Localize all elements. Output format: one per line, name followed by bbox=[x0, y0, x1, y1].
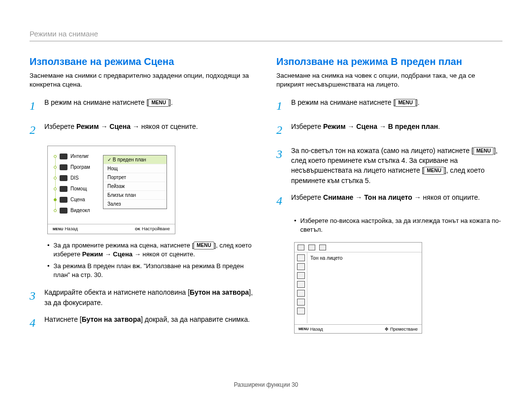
top-icon bbox=[319, 245, 326, 250]
side-icon bbox=[297, 290, 305, 297]
mode-icon bbox=[60, 154, 67, 159]
scene-option-selected: В преден план bbox=[103, 155, 166, 164]
section-title-scene: Използване на режима Сцена bbox=[30, 56, 256, 67]
page-footer: Разширени функции 30 bbox=[0, 381, 532, 388]
mode-icon bbox=[60, 175, 67, 181]
top-icon bbox=[308, 245, 315, 250]
menu-button-icon: MENU bbox=[473, 147, 494, 155]
mode-icon bbox=[60, 164, 67, 170]
left-column: Използване на режима Сцена Заснемане на … bbox=[30, 54, 256, 339]
move-icon: ✥ bbox=[385, 327, 389, 332]
back-label: Назад bbox=[65, 226, 78, 231]
ok-label-small: OK bbox=[135, 227, 140, 231]
step-number: 1 bbox=[276, 97, 285, 115]
side-icon bbox=[297, 308, 305, 314]
menu-button-icon: MENU bbox=[148, 99, 168, 107]
scene-note-1: За да промените режима на сцена, натисне… bbox=[47, 241, 256, 259]
side-icon bbox=[297, 281, 305, 288]
menu-label-small: MENU bbox=[53, 227, 63, 231]
scene-step-1: 1 В режим на снимане натиснете [MENU]. bbox=[30, 97, 256, 115]
face-tone-screenshot: Тон на лицето MENU Назад ✥Преместване bbox=[294, 242, 422, 334]
scene-note-2: За режима В преден план вж. "Използване … bbox=[47, 262, 256, 279]
scene-step-4: 4 Натиснете [Бутон на затвора] докрай, з… bbox=[30, 314, 256, 332]
adjust-label: Настройване bbox=[142, 226, 170, 231]
side-icon bbox=[297, 299, 305, 306]
scene-step-3: 3 Кадрирайте обекта и натиснете наполови… bbox=[30, 287, 256, 308]
move-label: Преместване bbox=[390, 327, 418, 332]
fg-step-4: 4 Изберете Снимане → Тон на лицето → няк… bbox=[276, 192, 502, 210]
breadcrumb: Режими на снимане bbox=[30, 30, 502, 38]
fg-note-1: Изберете по-висока настройка, за да изгл… bbox=[294, 216, 502, 234]
right-column: Използване на режима В преден план Засне… bbox=[276, 54, 502, 339]
section-title-foreground: Използване на режима В преден план bbox=[276, 56, 502, 67]
scene-mode-screenshot: Интелиг Програм DIS Помощ Сцена Видеокл … bbox=[47, 146, 175, 234]
step-number: 1 bbox=[30, 97, 38, 115]
mode-icon bbox=[60, 208, 67, 214]
scene-option: Залез bbox=[103, 200, 166, 209]
side-icon bbox=[297, 263, 305, 270]
top-icon bbox=[298, 245, 304, 250]
step-number: 3 bbox=[276, 146, 285, 163]
fg-step-3: 3 За по-светъл тон на кожата (само на ли… bbox=[276, 146, 502, 185]
step-number: 4 bbox=[30, 314, 38, 332]
face-tone-label: Тон на лицето bbox=[310, 255, 342, 261]
side-icon bbox=[297, 272, 305, 279]
fg-step-1: 1 В режим на снимане натиснете [MENU]. bbox=[276, 97, 502, 115]
step-number: 4 bbox=[276, 192, 285, 210]
foreground-intro: Заснемане на снимка на човек с опции, по… bbox=[276, 71, 502, 89]
scene-step-2: 2 Изберете Режим → Сцена → някоя от сцен… bbox=[30, 122, 256, 139]
menu-button-icon: MENU bbox=[424, 167, 444, 175]
back-label: Назад bbox=[310, 327, 323, 332]
scene-option: Портрет bbox=[103, 173, 166, 182]
step-number: 2 bbox=[276, 122, 285, 139]
side-icon bbox=[297, 254, 305, 261]
menu-label-small: MENU bbox=[299, 327, 309, 331]
scene-option: Пейзаж bbox=[103, 182, 166, 191]
menu-button-icon: MENU bbox=[194, 242, 214, 249]
scene-option: Нощ bbox=[103, 164, 166, 173]
mode-icon bbox=[60, 186, 67, 192]
step-number: 3 bbox=[30, 287, 38, 305]
menu-button-icon: MENU bbox=[395, 99, 415, 107]
mode-icon bbox=[60, 197, 67, 203]
step-number: 2 bbox=[30, 122, 38, 139]
scene-option: Близък план bbox=[103, 191, 166, 200]
scene-intro: Заснемане на снимки с предварително зада… bbox=[30, 71, 256, 89]
fg-step-2: 2 Изберете Режим → Сцена → В преден план… bbox=[276, 122, 502, 139]
